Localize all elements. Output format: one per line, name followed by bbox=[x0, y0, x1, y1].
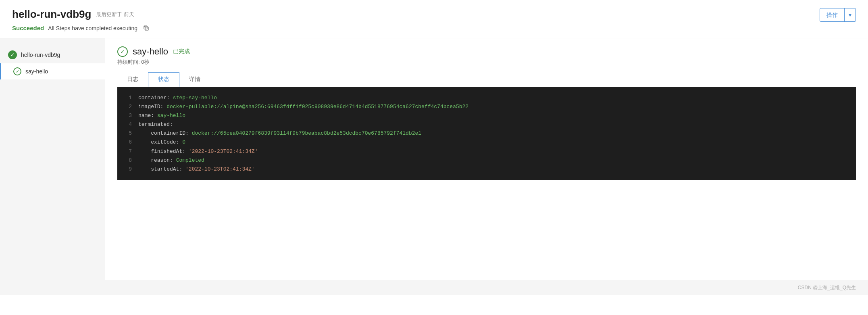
page-title: hello-run-vdb9g bbox=[12, 8, 91, 21]
code-value: 0 bbox=[182, 139, 185, 145]
code-line-4: 4 terminated: bbox=[125, 120, 848, 129]
status-row: Succeeded All Steps have completed execu… bbox=[12, 25, 150, 31]
code-line-9: 9 startedAt: '2022-10-23T02:41:34Z' bbox=[125, 165, 848, 174]
actions-label: 操作 bbox=[820, 8, 845, 21]
code-content: startedAt: '2022-10-23T02:41:34Z' bbox=[138, 165, 848, 174]
code-value: docker-pullable://alpine@sha256:69463fdf… bbox=[167, 104, 468, 110]
code-key: name: bbox=[138, 113, 157, 119]
code-content: containerID: docker://65cea040279f6839f9… bbox=[138, 129, 848, 138]
svg-rect-0 bbox=[145, 27, 148, 30]
tabs: 日志 状态 详情 bbox=[117, 72, 856, 87]
line-number: 5 bbox=[125, 129, 132, 138]
sidebar-item-label: hello-run-vdb9g bbox=[21, 52, 60, 58]
check-outline-icon: ✓ bbox=[13, 67, 21, 75]
code-line-8: 8 reason: Completed bbox=[125, 156, 848, 165]
last-updated: 最后更新于 前天 bbox=[96, 11, 134, 18]
code-key: terminated: bbox=[138, 121, 173, 127]
sidebar-child-label: say-hello bbox=[25, 68, 48, 75]
actions-dropdown-arrow[interactable]: ▾ bbox=[845, 8, 856, 21]
tab-details[interactable]: 详情 bbox=[179, 72, 210, 87]
line-number: 6 bbox=[125, 138, 132, 147]
line-number: 9 bbox=[125, 165, 132, 174]
header-title-row: hello-run-vdb9g 最后更新于 前天 bbox=[12, 8, 150, 21]
code-value: Completed bbox=[176, 157, 204, 163]
code-content: container: step-say-hello bbox=[138, 94, 848, 102]
task-header: ✓ say-hello 已完成 bbox=[117, 46, 856, 57]
line-number: 3 bbox=[125, 111, 132, 120]
task-status-badge: 已完成 bbox=[173, 48, 190, 55]
sidebar-item-say-hello[interactable]: ✓ say-hello bbox=[0, 63, 105, 79]
code-line-1: 1 container: step-say-hello bbox=[125, 94, 848, 102]
code-key: finishedAt: bbox=[138, 148, 189, 154]
code-line-7: 7 finishedAt: '2022-10-23T02:41:34Z' bbox=[125, 147, 848, 156]
footer-text: CSDN @上海_运维_Q先生 bbox=[798, 285, 856, 290]
code-content: terminated: bbox=[138, 120, 848, 129]
code-content: exitCode: 0 bbox=[138, 138, 848, 147]
code-content: name: say-hello bbox=[138, 111, 848, 120]
code-key: container: bbox=[138, 95, 173, 101]
code-key: imageID: bbox=[138, 104, 167, 110]
task-status-icon: ✓ bbox=[117, 46, 128, 57]
header: hello-run-vdb9g 最后更新于 前天 Succeeded All S… bbox=[0, 0, 868, 38]
line-number: 8 bbox=[125, 156, 132, 165]
main-content: ✓ hello-run-vdb9g ✓ say-hello ✓ say-hell… bbox=[0, 38, 868, 280]
code-line-5: 5 containerID: docker://65cea040279f6839… bbox=[125, 129, 848, 138]
line-number: 2 bbox=[125, 102, 132, 111]
code-value: step-say-hello bbox=[173, 95, 217, 101]
code-content: imageID: docker-pullable://alpine@sha256… bbox=[138, 102, 848, 111]
task-name: say-hello bbox=[133, 46, 168, 57]
tab-status[interactable]: 状态 bbox=[148, 72, 179, 87]
code-value: '2022-10-23T02:41:34Z' bbox=[189, 148, 258, 154]
code-value: '2022-10-23T02:41:34Z' bbox=[185, 166, 255, 172]
status-badge: Succeeded bbox=[12, 25, 44, 31]
code-value: say-hello bbox=[157, 113, 185, 119]
status-message: All Steps have completed executing bbox=[48, 25, 137, 31]
line-number: 4 bbox=[125, 120, 132, 129]
code-block: 1 container: step-say-hello 2 imageID: d… bbox=[117, 87, 856, 180]
header-left: hello-run-vdb9g 最后更新于 前天 Succeeded All S… bbox=[12, 8, 150, 31]
code-content: finishedAt: '2022-10-23T02:41:34Z' bbox=[138, 147, 848, 156]
actions-button[interactable]: 操作 ▾ bbox=[820, 8, 856, 22]
tab-logs[interactable]: 日志 bbox=[117, 72, 148, 87]
code-value: docker://65cea040279f6839f93114f9b79beab… bbox=[192, 130, 422, 136]
code-key: reason: bbox=[138, 157, 176, 163]
task-duration: 持续时间: 0秒 bbox=[117, 58, 856, 66]
line-number: 7 bbox=[125, 147, 132, 156]
copy-icon[interactable] bbox=[143, 25, 150, 31]
sidebar: ✓ hello-run-vdb9g ✓ say-hello bbox=[0, 38, 105, 280]
check-filled-icon: ✓ bbox=[8, 50, 17, 59]
code-key: startedAt: bbox=[138, 166, 185, 172]
page-wrapper: hello-run-vdb9g 最后更新于 前天 Succeeded All S… bbox=[0, 0, 868, 315]
line-number: 1 bbox=[125, 94, 132, 102]
code-key: exitCode: bbox=[138, 139, 182, 145]
footer: CSDN @上海_运维_Q先生 bbox=[0, 280, 868, 295]
code-content: reason: Completed bbox=[138, 156, 848, 165]
code-line-6: 6 exitCode: 0 bbox=[125, 138, 848, 147]
detail-panel: ✓ say-hello 已完成 持续时间: 0秒 日志 状态 详情 1 cont… bbox=[105, 38, 868, 280]
code-line-3: 3 name: say-hello bbox=[125, 111, 848, 120]
code-key: containerID: bbox=[138, 130, 192, 136]
sidebar-item-hello-run-vdb9g[interactable]: ✓ hello-run-vdb9g bbox=[0, 46, 105, 63]
code-line-2: 2 imageID: docker-pullable://alpine@sha2… bbox=[125, 102, 848, 111]
